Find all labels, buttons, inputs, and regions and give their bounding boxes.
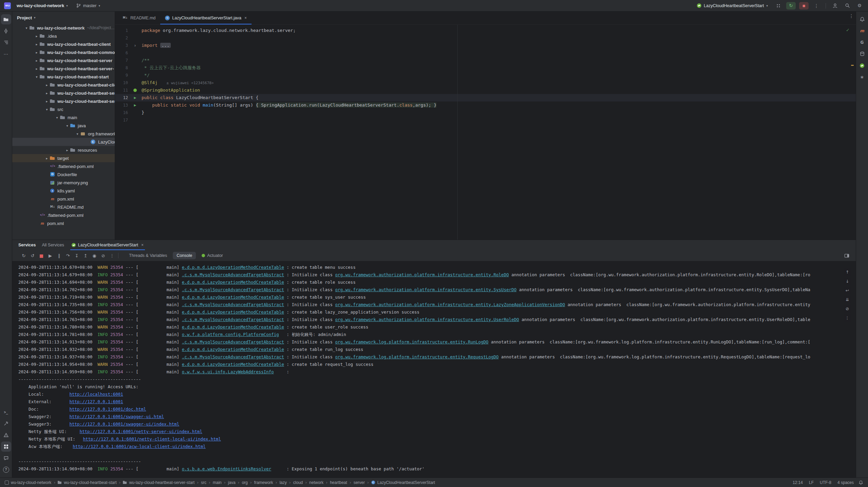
console-url-link[interactable]: http://127.0.0.1:6001/netty-client-local… [83, 436, 221, 442]
tree-chevron-icon[interactable] [64, 124, 70, 128]
notifications-tool-icon[interactable] [1, 453, 11, 463]
pause-button[interactable]: ∥ [55, 251, 63, 260]
breadcrumb-item[interactable]: java [228, 480, 242, 485]
tree-chevron-icon[interactable] [54, 116, 60, 119]
tree-chevron-icon[interactable] [44, 91, 50, 95]
tree-item[interactable]: LazyCloudHeartb [12, 138, 115, 146]
console-url-link[interactable]: http://127.0.0.1:6001 [70, 399, 123, 404]
logger-link[interactable]: o.s.b.a.e.web.EndpointLinksResolver [182, 466, 271, 471]
line-number[interactable]: 16 [115, 110, 130, 115]
tree-chevron-icon[interactable] [34, 75, 39, 79]
code-line[interactable]: 11 @SpringBootApplication [115, 87, 856, 94]
layout-settings-icon[interactable] [842, 251, 851, 260]
class-link[interactable]: org.wu.framework.log.platform.infrastruc… [335, 339, 488, 344]
project-panel-header[interactable]: Project [12, 12, 115, 24]
logger-link[interactable]: e.d.p.m.d.LazyOperationMethodCreateTable [182, 347, 284, 352]
class-link[interactable]: org.wu.framework.authorization.platform.… [335, 317, 519, 322]
close-tab-icon[interactable] [141, 243, 144, 247]
tree-item[interactable]: wu-lazy-cloud-heartbeat-client [12, 40, 115, 48]
tree-chevron-icon[interactable] [64, 148, 70, 152]
close-tab-icon[interactable] [244, 16, 247, 20]
status-bell-icon[interactable] [858, 480, 863, 485]
logger-link[interactable]: o.w.f.a.platform.config.PlatformConfig [182, 332, 279, 337]
tree-item[interactable]: wu-lazy-cloud-heartbeat-server [12, 56, 115, 64]
tab-run-session[interactable]: LazyCloudHeartbeatServerStart [70, 240, 145, 250]
terminal-tool-icon[interactable]: >_ [1, 407, 11, 417]
console-more-button[interactable]: ⋮ [844, 314, 851, 322]
window-layout-icon[interactable] [774, 1, 783, 10]
tree-item[interactable]: java [12, 121, 115, 130]
console-url-link[interactable]: http://127.0.0.1:6001/swagger-ui/index.h… [70, 422, 180, 427]
tree-chevron-icon[interactable] [75, 132, 80, 136]
project-tool-icon[interactable] [1, 14, 11, 24]
code-line[interactable]: 17 [115, 116, 856, 124]
debugger-view-tab[interactable]: Actuator [198, 252, 227, 259]
tree-chevron-icon[interactable] [44, 99, 50, 103]
logger-link[interactable]: e.d.p.m.d.LazyOperationMethodCreateTable [182, 295, 284, 300]
line-number[interactable]: 11 [115, 88, 130, 93]
logger-link[interactable]: .c.s.m.MysqlSourceAdvancedTargetAbstract [182, 302, 284, 307]
code-line[interactable]: 16 } [115, 109, 856, 116]
tree-item[interactable]: README.md [12, 203, 115, 211]
line-number[interactable]: 17 [115, 118, 130, 123]
tab-main-class[interactable]: C LazyCloudHeartbeatServerStart.java [160, 12, 252, 24]
tree-item[interactable]: resources [12, 146, 115, 154]
settings-gear-icon[interactable]: ⚙ [855, 1, 864, 10]
line-number[interactable]: 13 [115, 103, 130, 108]
tree-chevron-icon[interactable] [44, 156, 50, 160]
code-line[interactable]: 9 */ [115, 72, 856, 79]
gutter-icon[interactable] [130, 94, 140, 101]
code-line[interactable]: 10 @Slf4j ± wujiawei <12345678> [115, 79, 856, 87]
step-over-button[interactable]: ↷ [64, 251, 72, 260]
profile-icon[interactable] [831, 1, 839, 10]
breadcrumb-item[interactable]: wu-lazy-cloud-heartbeat-start [58, 480, 123, 485]
run-console[interactable]: 2024-09-28T11:13:14.670+08:00 WARN 25354… [12, 261, 856, 477]
gradle-tool-icon[interactable]: G [857, 37, 867, 48]
logger-link[interactable]: e.d.p.m.d.LazyOperationMethodCreateTable [182, 310, 284, 315]
tab-readme[interactable]: README.md [118, 12, 160, 24]
line-number[interactable]: 2 [115, 36, 130, 40]
tree-item[interactable]: pom.xml [12, 195, 115, 203]
console-url-link[interactable]: http://127.0.0.1:6001/swagger-ui.html [70, 414, 164, 419]
code-line[interactable]: 3 import ... [115, 42, 856, 49]
line-number[interactable]: 6 [115, 51, 130, 55]
tree-item[interactable]: .idea [12, 32, 115, 40]
scroll-to-end-button[interactable]: ⇊ [844, 296, 851, 303]
database-tool-icon[interactable] [857, 49, 867, 59]
debugger-view-tab[interactable]: Console [173, 252, 196, 259]
tree-item[interactable]: wu-lazy-cloud-heartbeat-serv [12, 97, 115, 105]
status-widget[interactable]: UTF-8 [820, 480, 831, 485]
services-title[interactable]: Services [18, 243, 36, 247]
logger-link[interactable]: .c.s.m.MysqlSourceAdvancedTargetAbstract [182, 354, 284, 359]
code-line[interactable]: 12 public class LazyCloudHeartbeatServer… [115, 94, 856, 101]
breadcrumb-item[interactable]: heartbeat [330, 480, 354, 485]
debugger-view-tab[interactable]: Threads & Variables [125, 252, 171, 259]
console-url-link[interactable]: http://127.0.0.1:6001/acw-local-client-u… [73, 444, 205, 449]
tree-chevron-icon[interactable] [34, 59, 39, 62]
tab-options-icon[interactable] [847, 12, 856, 20]
tree-chevron-icon[interactable] [44, 83, 50, 87]
tree-item[interactable]: target [12, 154, 115, 162]
build-tool-icon[interactable] [1, 418, 11, 429]
tree-chevron-icon[interactable] [44, 108, 50, 111]
console-url-link[interactable]: http://localhost:6001 [70, 392, 123, 397]
class-link[interactable]: org.wu.framework.authorization.platform.… [335, 287, 516, 292]
tree-item[interactable]: .flattened-pom.xml [12, 211, 115, 219]
tree-item[interactable]: .flattened-pom.xml [12, 162, 115, 170]
code-line[interactable]: 6 [115, 49, 856, 57]
search-icon[interactable] [843, 1, 852, 10]
update-application-button[interactable]: ↺ [29, 251, 37, 260]
soft-wrap-button[interactable]: ↩ [844, 287, 851, 294]
tree-item[interactable]: wu-lazy-cloud-heartbeat-commo [12, 48, 115, 56]
gutter-icon[interactable] [130, 89, 140, 92]
tree-item[interactable]: jar-memory.png [12, 179, 115, 187]
tree-chevron-icon[interactable] [34, 51, 39, 54]
breadcrumb-item[interactable]: src [201, 480, 213, 485]
line-number[interactable]: 3 [115, 43, 130, 48]
inspections-widget[interactable]: ✓ [846, 27, 850, 33]
tree-item[interactable]: k8s.yaml [12, 187, 115, 195]
status-widget[interactable]: 4 spaces [837, 480, 854, 485]
tree-item[interactable]: wu-lazy-cloud-heartbeat-server- [12, 64, 115, 73]
project-logo[interactable]: WU [4, 2, 11, 9]
code-line[interactable]: 8 * 云上云下-云上心跳服务器 [115, 64, 856, 72]
